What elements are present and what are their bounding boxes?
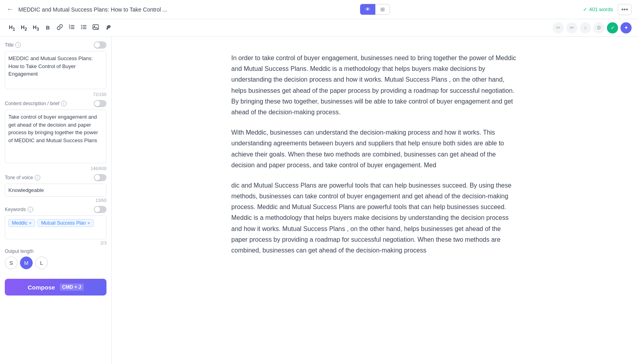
keyword-meddic-remove[interactable]: × — [29, 221, 32, 225]
editor-content: In order to take control of buyer engage… — [231, 53, 518, 256]
svg-point-13 — [94, 26, 95, 27]
svg-point-9 — [81, 25, 82, 26]
h3-button[interactable]: H3 — [30, 23, 41, 33]
compose-button[interactable]: Compose CMD + J — [5, 279, 106, 296]
keyword-msp-remove[interactable]: × — [87, 221, 90, 225]
primary-action-button[interactable]: ✦ — [620, 22, 632, 33]
check-icon: ✓ — [583, 6, 587, 12]
toolbar-right: ✂ ✏ ○ ⚙ ✓ ✦ — [553, 22, 632, 33]
ordered-list-button[interactable]: 1 2 3 — [66, 22, 77, 33]
keywords-container: Meddic × Mutual Success Plan × — [5, 215, 106, 239]
title-char-count: 72/150 — [5, 92, 106, 97]
output-length-label-row: Output length — [5, 249, 106, 254]
back-button[interactable]: ← — [6, 5, 14, 14]
keywords-count: 2/3 — [5, 241, 106, 245]
keywords-label-text: Keywords — [5, 207, 26, 212]
main-layout: Title i 72/150 Content description / bri… — [0, 37, 638, 364]
length-m-button[interactable]: M — [20, 256, 33, 269]
word-count: ✓ 401 words — [583, 6, 613, 12]
page-title: MEDDIC and Mutual Success Plans: How to … — [18, 6, 167, 13]
tone-info-icon[interactable]: i — [35, 175, 40, 180]
unordered-list-button[interactable] — [78, 22, 89, 33]
link-icon — [57, 24, 63, 30]
layout-view-button[interactable]: ⊞ — [375, 4, 390, 15]
editor-paragraph-1[interactable]: In order to take control of buyer engage… — [231, 53, 518, 117]
clear-action-button[interactable]: ○ — [580, 22, 591, 33]
tone-toggle-knob — [95, 175, 100, 180]
save-action-button[interactable]: ✓ — [607, 22, 618, 33]
clear-format-button[interactable]: Ᵽ — [102, 23, 113, 33]
bold-button[interactable]: B — [42, 23, 53, 32]
more-options-button[interactable]: ••• — [618, 4, 632, 15]
svg-point-10 — [81, 27, 82, 27]
svg-point-11 — [81, 28, 82, 29]
output-length-label-text: Output length — [5, 249, 33, 254]
back-icon: ← — [6, 5, 14, 14]
tone-label-text: Tone of voice — [5, 175, 33, 180]
tone-section: Tone of voice i 13/60 — [5, 174, 106, 203]
editor-paragraph-2[interactable]: With Meddic, businesses can understand t… — [231, 127, 518, 170]
sidebar: Title i 72/150 Content description / bri… — [0, 37, 112, 364]
output-length-section: Output length S M L — [5, 249, 106, 269]
link-button[interactable] — [54, 22, 65, 33]
tone-toggle[interactable] — [94, 174, 106, 181]
title-label-row: Title i — [5, 41, 106, 49]
content-label-text: Content description / brief — [5, 101, 59, 106]
keyword-tag-meddic: Meddic × — [8, 219, 35, 227]
settings-action-button[interactable]: ⚙ — [593, 22, 605, 33]
editor-toolbar: H1 H2 H3 B 1 2 3 — [0, 19, 638, 37]
keyword-meddic-label: Meddic — [12, 220, 28, 226]
keywords-toggle[interactable] — [94, 206, 106, 213]
length-l-button[interactable]: L — [35, 256, 48, 269]
length-s-button[interactable]: S — [5, 256, 18, 269]
content-toggle[interactable] — [94, 100, 106, 107]
content-char-count: 146/600 — [5, 166, 106, 171]
ordered-list-icon: 1 2 3 — [69, 24, 75, 30]
title-toggle-knob — [95, 42, 100, 48]
editor-area: In order to take control of buyer engage… — [112, 37, 638, 364]
edit-action-button[interactable]: ✏ — [566, 22, 577, 33]
nav-left: ← MEDDIC and Mutual Success Plans: How t… — [6, 5, 167, 14]
unordered-list-icon — [81, 24, 87, 30]
keywords-toggle-knob — [95, 207, 100, 212]
keywords-info-icon[interactable]: i — [28, 207, 33, 212]
tone-label-row: Tone of voice i — [5, 174, 106, 181]
image-icon — [93, 24, 99, 30]
preview-view-button[interactable]: 👁 — [360, 4, 375, 15]
view-toggle: 👁 ⊞ — [360, 4, 390, 15]
h2-button[interactable]: H2 — [18, 23, 30, 33]
compose-label: Compose — [28, 284, 55, 291]
nav-right: ✓ 401 words ••• — [583, 4, 632, 15]
cut-action-button[interactable]: ✂ — [553, 22, 564, 33]
keyword-msp-label: Mutual Success Plan — [41, 220, 86, 226]
compose-shortcut: CMD + J — [60, 284, 84, 291]
keyword-tag-msp: Mutual Success Plan × — [37, 219, 94, 227]
output-length-buttons: S M L — [5, 256, 106, 269]
keywords-section: Keywords i Meddic × Mutual Success Plan … — [5, 206, 106, 245]
svg-text:3: 3 — [69, 27, 70, 29]
title-textarea[interactable] — [5, 51, 106, 89]
content-textarea[interactable] — [5, 110, 106, 163]
tone-char-count: 13/60 — [5, 198, 106, 203]
title-info-icon[interactable]: i — [15, 42, 21, 48]
content-toggle-knob — [95, 101, 100, 106]
image-button[interactable] — [90, 22, 101, 33]
content-section: Content description / brief i 146/600 — [5, 100, 106, 171]
title-toggle[interactable] — [94, 41, 106, 49]
top-nav: ← MEDDIC and Mutual Success Plans: How t… — [0, 0, 638, 19]
editor-paragraph-3[interactable]: dic and Mutual Success Plans are powerfu… — [231, 180, 518, 256]
toolbar-left: H1 H2 H3 B 1 2 3 — [6, 22, 113, 33]
content-info-icon[interactable]: i — [61, 101, 67, 106]
content-label-row: Content description / brief i — [5, 100, 106, 107]
title-label-text: Title — [5, 42, 14, 48]
h1-button[interactable]: H1 — [6, 23, 18, 33]
tone-input[interactable] — [5, 184, 106, 197]
keywords-label-row: Keywords i — [5, 206, 106, 213]
title-section: Title i 72/150 — [5, 41, 106, 97]
